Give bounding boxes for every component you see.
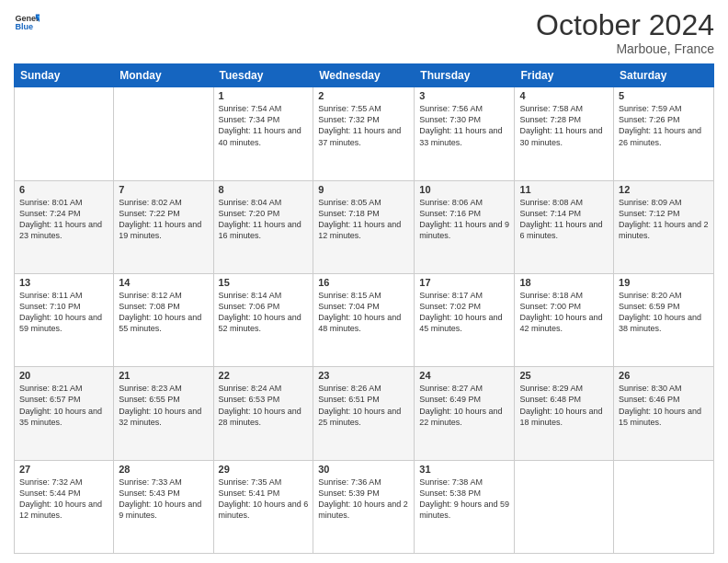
calendar-cell: 17Sunrise: 8:17 AM Sunset: 7:02 PM Dayli… [415, 273, 515, 366]
calendar-cell: 4Sunrise: 7:58 AM Sunset: 7:28 PM Daylig… [515, 87, 614, 180]
calendar-cell: 3Sunrise: 7:56 AM Sunset: 7:30 PM Daylig… [415, 87, 515, 180]
calendar-table: SundayMondayTuesdayWednesdayThursdayFrid… [14, 63, 714, 554]
day-number: 27 [19, 464, 108, 475]
day-number: 2 [318, 90, 409, 101]
calendar-cell: 18Sunrise: 8:18 AM Sunset: 7:00 PM Dayli… [515, 273, 614, 366]
logo-icon: General Blue [14, 9, 40, 35]
weekday-header-sunday: Sunday [15, 64, 114, 87]
calendar-cell: 7Sunrise: 8:02 AM Sunset: 7:22 PM Daylig… [114, 180, 213, 273]
day-info: Sunrise: 8:26 AM Sunset: 6:51 PM Dayligh… [318, 383, 409, 428]
day-info: Sunrise: 8:17 AM Sunset: 7:02 PM Dayligh… [419, 290, 509, 335]
day-number: 17 [419, 277, 509, 288]
calendar-cell: 16Sunrise: 8:15 AM Sunset: 7:04 PM Dayli… [313, 273, 415, 366]
calendar-cell: 8Sunrise: 8:04 AM Sunset: 7:20 PM Daylig… [213, 180, 313, 273]
day-info: Sunrise: 7:59 AM Sunset: 7:26 PM Dayligh… [619, 103, 709, 148]
day-info: Sunrise: 7:56 AM Sunset: 7:30 PM Dayligh… [419, 103, 509, 148]
day-number: 8 [219, 184, 309, 195]
day-info: Sunrise: 8:24 AM Sunset: 6:53 PM Dayligh… [219, 383, 309, 428]
calendar-cell: 10Sunrise: 8:06 AM Sunset: 7:16 PM Dayli… [415, 180, 515, 273]
day-number: 18 [519, 277, 609, 288]
logo: General Blue [14, 9, 40, 35]
weekday-header-thursday: Thursday [415, 64, 515, 87]
day-info: Sunrise: 7:55 AM Sunset: 7:32 PM Dayligh… [318, 103, 409, 148]
calendar-cell: 13Sunrise: 8:11 AM Sunset: 7:10 PM Dayli… [15, 273, 114, 366]
weekday-header-tuesday: Tuesday [213, 64, 313, 87]
day-number: 29 [219, 464, 309, 475]
calendar-cell: 28Sunrise: 7:33 AM Sunset: 5:43 PM Dayli… [114, 460, 213, 553]
day-info: Sunrise: 8:18 AM Sunset: 7:00 PM Dayligh… [519, 290, 609, 335]
calendar-cell: 14Sunrise: 8:12 AM Sunset: 7:08 PM Dayli… [114, 273, 213, 366]
day-info: Sunrise: 8:08 AM Sunset: 7:14 PM Dayligh… [519, 197, 609, 242]
day-number: 31 [419, 464, 509, 475]
day-info: Sunrise: 8:29 AM Sunset: 6:48 PM Dayligh… [519, 383, 609, 428]
day-number: 6 [19, 184, 108, 195]
day-number: 16 [318, 277, 409, 288]
calendar-cell: 15Sunrise: 8:14 AM Sunset: 7:06 PM Dayli… [213, 273, 313, 366]
calendar-cell: 20Sunrise: 8:21 AM Sunset: 6:57 PM Dayli… [15, 367, 114, 460]
day-info: Sunrise: 8:01 AM Sunset: 7:24 PM Dayligh… [19, 197, 108, 242]
day-number: 10 [419, 184, 509, 195]
day-info: Sunrise: 8:06 AM Sunset: 7:16 PM Dayligh… [419, 197, 509, 242]
weekday-header-wednesday: Wednesday [313, 64, 415, 87]
day-info: Sunrise: 7:54 AM Sunset: 7:34 PM Dayligh… [219, 103, 309, 148]
day-number: 5 [619, 90, 709, 101]
weekday-header-friday: Friday [515, 64, 614, 87]
day-number: 9 [318, 184, 409, 195]
day-number: 11 [519, 184, 609, 195]
calendar-cell: 9Sunrise: 8:05 AM Sunset: 7:18 PM Daylig… [313, 180, 415, 273]
day-number: 15 [219, 277, 309, 288]
calendar-cell: 1Sunrise: 7:54 AM Sunset: 7:34 PM Daylig… [213, 87, 313, 180]
day-info: Sunrise: 8:20 AM Sunset: 6:59 PM Dayligh… [619, 290, 709, 335]
calendar-cell: 31Sunrise: 7:38 AM Sunset: 5:38 PM Dayli… [415, 460, 515, 553]
day-number: 4 [519, 90, 609, 101]
calendar-cell: 29Sunrise: 7:35 AM Sunset: 5:41 PM Dayli… [213, 460, 313, 553]
day-info: Sunrise: 8:11 AM Sunset: 7:10 PM Dayligh… [19, 290, 108, 335]
day-number: 28 [119, 464, 208, 475]
calendar-cell: 21Sunrise: 8:23 AM Sunset: 6:55 PM Dayli… [114, 367, 213, 460]
calendar-cell: 25Sunrise: 8:29 AM Sunset: 6:48 PM Dayli… [515, 367, 614, 460]
day-number: 25 [519, 370, 609, 381]
day-info: Sunrise: 8:02 AM Sunset: 7:22 PM Dayligh… [119, 197, 208, 242]
day-info: Sunrise: 8:05 AM Sunset: 7:18 PM Dayligh… [318, 197, 409, 242]
header: General Blue October 2024 Marboue, Franc… [14, 9, 714, 56]
weekday-header-saturday: Saturday [614, 64, 714, 87]
calendar-cell: 2Sunrise: 7:55 AM Sunset: 7:32 PM Daylig… [313, 87, 415, 180]
day-info: Sunrise: 7:33 AM Sunset: 5:43 PM Dayligh… [119, 477, 208, 522]
day-number: 3 [419, 90, 509, 101]
calendar-cell: 27Sunrise: 7:32 AM Sunset: 5:44 PM Dayli… [15, 460, 114, 553]
calendar-cell: 5Sunrise: 7:59 AM Sunset: 7:26 PM Daylig… [614, 87, 714, 180]
day-info: Sunrise: 7:36 AM Sunset: 5:39 PM Dayligh… [318, 477, 409, 522]
day-number: 1 [219, 90, 309, 101]
calendar-cell [614, 460, 714, 553]
calendar-cell [15, 87, 114, 180]
day-info: Sunrise: 7:32 AM Sunset: 5:44 PM Dayligh… [19, 477, 108, 522]
weekday-header-monday: Monday [114, 64, 213, 87]
svg-text:Blue: Blue [15, 22, 33, 31]
day-number: 13 [19, 277, 108, 288]
day-number: 30 [318, 464, 409, 475]
calendar-cell: 30Sunrise: 7:36 AM Sunset: 5:39 PM Dayli… [313, 460, 415, 553]
calendar-cell: 26Sunrise: 8:30 AM Sunset: 6:46 PM Dayli… [614, 367, 714, 460]
location: Marboue, France [536, 41, 714, 56]
day-info: Sunrise: 7:35 AM Sunset: 5:41 PM Dayligh… [219, 477, 309, 522]
calendar-cell [114, 87, 213, 180]
day-info: Sunrise: 8:27 AM Sunset: 6:49 PM Dayligh… [419, 383, 509, 428]
day-info: Sunrise: 8:04 AM Sunset: 7:20 PM Dayligh… [219, 197, 309, 242]
calendar-page: General Blue October 2024 Marboue, Franc… [0, 0, 728, 563]
day-info: Sunrise: 7:58 AM Sunset: 7:28 PM Dayligh… [519, 103, 609, 148]
day-info: Sunrise: 8:14 AM Sunset: 7:06 PM Dayligh… [219, 290, 309, 335]
day-number: 19 [619, 277, 709, 288]
day-info: Sunrise: 8:30 AM Sunset: 6:46 PM Dayligh… [619, 383, 709, 428]
calendar-cell: 12Sunrise: 8:09 AM Sunset: 7:12 PM Dayli… [614, 180, 714, 273]
calendar-cell [515, 460, 614, 553]
day-number: 21 [119, 370, 208, 381]
calendar-cell: 6Sunrise: 8:01 AM Sunset: 7:24 PM Daylig… [15, 180, 114, 273]
day-info: Sunrise: 7:38 AM Sunset: 5:38 PM Dayligh… [419, 477, 509, 522]
calendar-cell: 23Sunrise: 8:26 AM Sunset: 6:51 PM Dayli… [313, 367, 415, 460]
day-info: Sunrise: 8:21 AM Sunset: 6:57 PM Dayligh… [19, 383, 108, 428]
day-number: 14 [119, 277, 208, 288]
calendar-cell: 24Sunrise: 8:27 AM Sunset: 6:49 PM Dayli… [415, 367, 515, 460]
month-title: October 2024 [536, 9, 714, 41]
day-number: 22 [219, 370, 309, 381]
calendar-cell: 22Sunrise: 8:24 AM Sunset: 6:53 PM Dayli… [213, 367, 313, 460]
